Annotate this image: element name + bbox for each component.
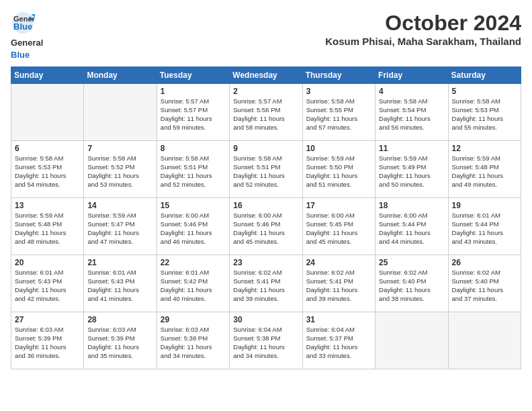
day-number: 6 (15, 144, 80, 153)
day-info: Sunrise: 5:58 AM Sunset: 5:54 PM Dayligh… (379, 97, 444, 132)
day-info: Sunrise: 6:02 AM Sunset: 5:40 PM Dayligh… (452, 269, 517, 303)
week-row-4: 27Sunrise: 6:03 AM Sunset: 5:39 PM Dayli… (11, 312, 521, 369)
calendar-cell: 26Sunrise: 6:02 AM Sunset: 5:40 PM Dayli… (448, 255, 521, 312)
logo-general: General (11, 38, 43, 48)
day-number: 24 (306, 258, 371, 267)
calendar-cell: 3Sunrise: 5:58 AM Sunset: 5:55 PM Daylig… (302, 84, 375, 141)
day-info: Sunrise: 6:01 AM Sunset: 5:43 PM Dayligh… (15, 269, 80, 303)
day-number: 7 (87, 144, 152, 153)
day-info: Sunrise: 6:02 AM Sunset: 5:41 PM Dayligh… (233, 269, 298, 303)
calendar-cell: 14Sunrise: 5:59 AM Sunset: 5:47 PM Dayli… (84, 198, 157, 255)
day-number: 19 (452, 201, 517, 210)
calendar-cell: 2Sunrise: 5:57 AM Sunset: 5:56 PM Daylig… (230, 84, 302, 141)
day-number: 2 (233, 87, 298, 96)
day-number: 8 (161, 144, 226, 153)
day-number: 21 (87, 258, 152, 267)
header-monday: Monday (84, 67, 157, 84)
header-tuesday: Tuesday (157, 67, 229, 84)
day-number: 10 (306, 144, 371, 153)
day-info: Sunrise: 6:03 AM Sunset: 5:39 PM Dayligh… (87, 326, 152, 360)
header-thursday: Thursday (302, 67, 375, 84)
day-number: 25 (379, 258, 444, 267)
day-info: Sunrise: 6:00 AM Sunset: 5:46 PM Dayligh… (161, 212, 226, 246)
calendar-cell: 29Sunrise: 6:03 AM Sunset: 5:38 PM Dayli… (157, 312, 229, 369)
week-row-2: 13Sunrise: 5:59 AM Sunset: 5:48 PM Dayli… (11, 198, 521, 255)
calendar-cell: 20Sunrise: 6:01 AM Sunset: 5:43 PM Dayli… (11, 255, 84, 312)
day-number: 29 (161, 315, 226, 324)
day-number: 11 (379, 144, 444, 153)
day-number: 15 (161, 201, 226, 210)
day-info: Sunrise: 6:02 AM Sunset: 5:40 PM Dayligh… (379, 269, 444, 303)
calendar-cell: 8Sunrise: 5:58 AM Sunset: 5:51 PM Daylig… (157, 141, 229, 198)
calendar-cell: 28Sunrise: 6:03 AM Sunset: 5:39 PM Dayli… (84, 312, 157, 369)
day-info: Sunrise: 6:00 AM Sunset: 5:45 PM Dayligh… (306, 212, 371, 246)
calendar-cell: 21Sunrise: 6:01 AM Sunset: 5:43 PM Dayli… (84, 255, 157, 312)
calendar-cell: 27Sunrise: 6:03 AM Sunset: 5:39 PM Dayli… (11, 312, 84, 369)
day-number: 20 (15, 258, 80, 267)
day-number: 16 (233, 201, 298, 210)
day-info: Sunrise: 5:59 AM Sunset: 5:48 PM Dayligh… (15, 212, 80, 246)
header-friday: Friday (375, 67, 448, 84)
month-title: October 2024 (325, 11, 521, 36)
calendar-cell: 6Sunrise: 5:58 AM Sunset: 5:53 PM Daylig… (11, 141, 84, 198)
day-info: Sunrise: 5:58 AM Sunset: 5:51 PM Dayligh… (161, 154, 226, 189)
location-title: Kosum Phisai, Maha Sarakham, Thailand (325, 36, 521, 47)
day-number: 12 (452, 144, 517, 153)
calendar-cell: 31Sunrise: 6:04 AM Sunset: 5:37 PM Dayli… (302, 312, 375, 369)
calendar-cell (375, 312, 448, 369)
day-info: Sunrise: 5:58 AM Sunset: 5:52 PM Dayligh… (87, 154, 152, 189)
day-info: Sunrise: 5:58 AM Sunset: 5:51 PM Dayligh… (233, 154, 298, 189)
day-number: 9 (233, 144, 298, 153)
day-number: 5 (452, 87, 517, 96)
day-number: 22 (161, 258, 226, 267)
calendar-cell: 30Sunrise: 6:04 AM Sunset: 5:38 PM Dayli… (230, 312, 302, 369)
day-info: Sunrise: 6:01 AM Sunset: 5:44 PM Dayligh… (452, 212, 517, 246)
day-info: Sunrise: 6:00 AM Sunset: 5:44 PM Dayligh… (379, 212, 444, 246)
calendar-cell: 25Sunrise: 6:02 AM Sunset: 5:40 PM Dayli… (375, 255, 448, 312)
day-info: Sunrise: 5:59 AM Sunset: 5:49 PM Dayligh… (379, 154, 444, 189)
day-number: 23 (233, 258, 298, 267)
day-info: Sunrise: 6:01 AM Sunset: 5:43 PM Dayligh… (87, 269, 152, 303)
calendar-cell (11, 84, 84, 141)
day-info: Sunrise: 6:01 AM Sunset: 5:42 PM Dayligh… (161, 269, 226, 303)
header-saturday: Saturday (448, 67, 521, 84)
day-number: 1 (161, 87, 226, 96)
calendar-cell: 15Sunrise: 6:00 AM Sunset: 5:46 PM Dayli… (157, 198, 229, 255)
day-number: 27 (15, 315, 80, 324)
calendar-cell: 17Sunrise: 6:00 AM Sunset: 5:45 PM Dayli… (302, 198, 375, 255)
calendar-cell: 4Sunrise: 5:58 AM Sunset: 5:54 PM Daylig… (375, 84, 448, 141)
header-wednesday: Wednesday (230, 67, 302, 84)
calendar-cell: 18Sunrise: 6:00 AM Sunset: 5:44 PM Dayli… (375, 198, 448, 255)
logo-blue: Blue (11, 50, 30, 60)
day-number: 28 (87, 315, 152, 324)
day-info: Sunrise: 5:58 AM Sunset: 5:55 PM Dayligh… (306, 97, 371, 132)
day-info: Sunrise: 6:03 AM Sunset: 5:38 PM Dayligh… (161, 326, 226, 360)
title-block: October 2024 Kosum Phisai, Maha Sarakham… (325, 11, 521, 47)
day-number: 14 (87, 201, 152, 210)
calendar-cell: 9Sunrise: 5:58 AM Sunset: 5:51 PM Daylig… (230, 141, 302, 198)
day-info: Sunrise: 6:04 AM Sunset: 5:37 PM Dayligh… (306, 326, 371, 360)
header-row: SundayMondayTuesdayWednesdayThursdayFrid… (11, 67, 521, 84)
week-row-1: 6Sunrise: 5:58 AM Sunset: 5:53 PM Daylig… (11, 141, 521, 198)
day-info: Sunrise: 5:58 AM Sunset: 5:53 PM Dayligh… (452, 97, 517, 132)
svg-text:Blue: Blue (13, 21, 32, 32)
day-number: 18 (379, 201, 444, 210)
calendar-cell: 7Sunrise: 5:58 AM Sunset: 5:52 PM Daylig… (84, 141, 157, 198)
calendar-cell: 10Sunrise: 5:59 AM Sunset: 5:50 PM Dayli… (302, 141, 375, 198)
day-info: Sunrise: 5:59 AM Sunset: 5:50 PM Dayligh… (306, 154, 371, 189)
day-info: Sunrise: 6:03 AM Sunset: 5:39 PM Dayligh… (15, 326, 80, 360)
day-info: Sunrise: 6:00 AM Sunset: 5:46 PM Dayligh… (233, 212, 298, 246)
day-info: Sunrise: 6:04 AM Sunset: 5:38 PM Dayligh… (233, 326, 298, 360)
calendar-cell (448, 312, 521, 369)
week-row-3: 20Sunrise: 6:01 AM Sunset: 5:43 PM Dayli… (11, 255, 521, 312)
day-info: Sunrise: 5:58 AM Sunset: 5:53 PM Dayligh… (15, 154, 80, 189)
week-row-0: 1Sunrise: 5:57 AM Sunset: 5:57 PM Daylig… (11, 84, 521, 141)
day-number: 4 (379, 87, 444, 96)
day-info: Sunrise: 5:59 AM Sunset: 5:47 PM Dayligh… (87, 212, 152, 246)
day-info: Sunrise: 6:02 AM Sunset: 5:41 PM Dayligh… (306, 269, 371, 303)
day-number: 31 (306, 315, 371, 324)
calendar-cell (84, 84, 157, 141)
day-info: Sunrise: 5:59 AM Sunset: 5:48 PM Dayligh… (452, 154, 517, 189)
calendar-cell: 24Sunrise: 6:02 AM Sunset: 5:41 PM Dayli… (302, 255, 375, 312)
day-number: 30 (233, 315, 298, 324)
